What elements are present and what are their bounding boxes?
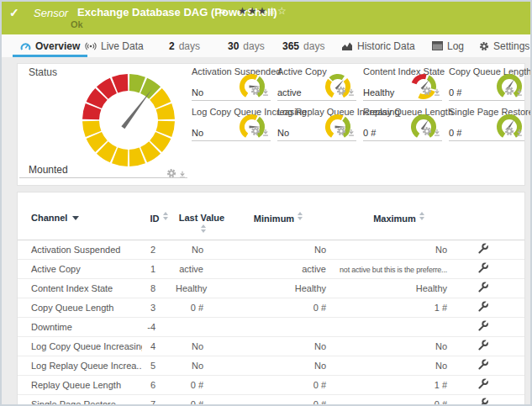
minimum-cell: No [228,240,329,259]
tab-overview[interactable]: Overview [13,34,87,57]
gear-icon[interactable] [504,84,514,99]
gear-icon[interactable] [504,124,514,140]
minimum-cell: No [228,336,329,356]
gear-icon[interactable] [250,124,261,140]
pin-icon[interactable] [348,124,355,140]
status-panel-icons [166,166,186,182]
minimum-cell: 0 # [228,298,329,317]
edit-channel-button[interactable] [469,240,524,259]
tab-365-days[interactable]: 365days [277,34,329,57]
minimum-cell: No [228,356,329,375]
edit-channel-button[interactable] [469,298,524,317]
id-cell: 3 [142,298,176,317]
channel-gauge-cell: Single Page Restore0 # [449,107,524,141]
wrench-icon[interactable] [477,265,488,275]
table-header-min[interactable]: Minimum [228,192,329,240]
sort-icon [298,212,303,220]
tab-log[interactable]: Log [427,34,469,57]
status-panel-divider [19,177,187,178]
gear-icon[interactable] [422,124,432,140]
minimum-cell: 0 # [228,375,329,394]
edit-channel-button[interactable] [469,278,524,298]
last-value-cell [176,317,228,336]
pin-icon[interactable] [262,124,269,140]
channel-gauge-value: 0 # [449,87,461,98]
id-cell: 7 [142,394,176,406]
id-cell: 4 [142,336,176,356]
channel-name-cell: Log Copy Queue Increasing [18,336,142,356]
maximum-cell: 1 # [329,375,469,394]
check-icon: ✓ [9,6,19,19]
maximum-cell: 0 # [329,394,469,406]
channel-gauge-title: Activation Suspended [192,66,281,76]
wrench-icon[interactable] [477,342,488,352]
channel-gauge-icons [504,124,523,140]
maximum-cell: Healthy [329,278,469,298]
table-header-max[interactable]: Maximum [329,192,469,240]
gear-icon[interactable] [336,124,346,140]
table-header-channel[interactable]: Channel [18,192,142,240]
channel-name-cell: Replay Queue Length [18,375,142,394]
last-value-cell: No [176,240,228,259]
tab-number: 30 [228,40,239,52]
priority-stars[interactable]: ★★★☆☆ [238,5,287,17]
table-header-id[interactable]: ID [142,192,176,240]
channel-name-cell: Copy Queue Length [18,298,142,317]
pin-icon[interactable] [179,166,186,182]
pin-icon[interactable] [516,84,523,99]
table-row: Log Copy Queue Increasing4NoNoNo [18,336,524,356]
tab-number: 2 [169,40,175,52]
wrench-icon[interactable] [477,400,488,406]
table-header-last[interactable]: Last Value [176,192,228,240]
sort-icon [419,212,424,220]
signal-icon [85,41,97,51]
tab-live-data[interactable]: Live Data [80,34,149,57]
tab-30-days[interactable]: 30days [223,34,270,57]
table-row: Content Index State8HealthyHealthyHealth… [18,278,524,298]
channel-gauge-cell: Activation SuspendedNo [192,66,271,101]
pin-icon[interactable] [262,84,269,99]
edit-channel-button[interactable] [469,317,524,336]
gear-icon[interactable] [336,84,346,99]
gear-icon[interactable] [422,84,432,99]
wrench-icon[interactable] [477,284,488,294]
edit-channel-button[interactable] [469,375,524,394]
wrench-icon[interactable] [477,303,488,314]
channel-gauge-value: 0 # [449,128,461,138]
edit-channel-button[interactable] [469,336,524,356]
gear-icon[interactable] [250,84,261,99]
status-panel-value: Mounted [29,164,68,176]
channel-gauge-icons [336,84,355,99]
column-label: Maximum [373,214,416,224]
tab-historic-data[interactable]: Historic Data [336,34,420,57]
channel-gauge-icons [504,84,523,99]
edit-channel-button[interactable] [469,259,524,278]
pin-icon[interactable] [348,84,355,99]
wrench-icon[interactable] [477,381,488,391]
channel-gauge-value: No [192,87,203,98]
table-row: Active Copy1activeactivenot active but t… [18,259,524,278]
gear-icon[interactable] [166,166,176,182]
flag-icon[interactable] [219,5,226,20]
tab-label: days [243,40,264,52]
pin-icon[interactable] [434,84,440,99]
pin-icon[interactable] [516,124,523,140]
prtg-sensor-page: ✓ Sensor Exchange Database DAG (PowerShe… [0,0,532,406]
pin-icon[interactable] [434,124,440,140]
channel-gauge-icons [422,124,440,140]
edit-channel-button[interactable] [469,394,524,406]
tab-settings[interactable]: Settings [474,34,532,57]
last-value-cell: 0 # [176,394,228,406]
wrench-icon[interactable] [477,245,488,256]
edit-channel-button[interactable] [469,356,524,375]
wrench-icon[interactable] [477,323,488,333]
last-value-cell: Healthy [176,278,228,298]
maximum-cell: No [329,336,469,356]
column-label: Channel [31,213,67,223]
log-icon [432,41,443,50]
channel-gauge-icons [250,124,269,140]
gear-icon [479,41,489,51]
tab-2-days[interactable]: 2days [164,34,205,57]
tab-number: 365 [282,40,299,52]
wrench-icon[interactable] [477,361,488,372]
